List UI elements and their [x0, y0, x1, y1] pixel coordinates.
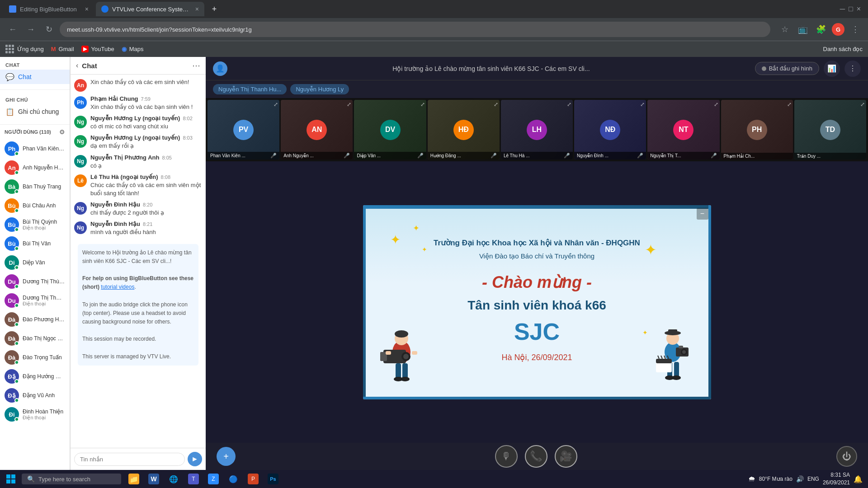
- forward-button[interactable]: →: [24, 22, 38, 37]
- user-info: Bùi Thị Quỳnh Điện thoại: [23, 219, 65, 231]
- taskbar-app-powerpoint[interactable]: P: [244, 470, 262, 488]
- extensions-icon[interactable]: 🧩: [814, 22, 828, 37]
- participant-name: Anh Nguyễn ...: [283, 153, 314, 158]
- tab-editing-bigbluebutton[interactable]: Editing BigBlueButton ×: [4, 2, 94, 16]
- bookmark-gmail[interactable]: M Gmail: [51, 46, 74, 52]
- video-thumbnail[interactable]: HĐ ⤢ Hướng Đăng ... 🎤: [428, 100, 500, 160]
- address-bar[interactable]: meet.ussh-09.vtvlive.vn/html5client/join…: [60, 22, 770, 37]
- sidebar-notes-item[interactable]: 📋 Ghi chú chung: [0, 104, 70, 119]
- video-thumbnail[interactable]: NĐ ⤢ Nguyễn Đình ... 🎤: [574, 100, 646, 160]
- list-item[interactable]: Bù Bùi Châu Anh: [0, 196, 70, 215]
- video-thumbnail[interactable]: DV ⤢ Diệp Vân ... 🎤: [354, 100, 426, 160]
- video-thumbnail[interactable]: TD ⤢ Trần Duy ...: [794, 100, 866, 160]
- refresh-button[interactable]: ↻: [42, 22, 56, 37]
- video-thumbnail[interactable]: PV ⤢ Phan Văn Kiên ... 🎤: [208, 100, 279, 160]
- message-header: Lê Thu Hà (ngoại tuyến) 8:08: [90, 174, 202, 180]
- close-button[interactable]: ×: [857, 5, 861, 13]
- avatar: Di: [5, 255, 19, 270]
- minimize-button[interactable]: ─: [840, 5, 845, 13]
- chat-send-button[interactable]: ►: [188, 452, 202, 466]
- taskbar-app-zoom[interactable]: Z: [204, 470, 222, 488]
- list-item[interactable]: Du Dương Thị Thương Điện thoại: [0, 291, 70, 310]
- reading-list[interactable]: Danh sách đọc: [823, 46, 863, 52]
- avatar: TD: [820, 120, 840, 140]
- message-content: Nguyễn Đình Hậu 8:21 mình và người điều …: [90, 221, 202, 236]
- taskbar-app-file-explorer[interactable]: 📁: [125, 470, 143, 488]
- youtube-icon: ▶: [81, 46, 89, 52]
- address-text: meet.ussh-09.vtvlive.vn/html5client/join…: [67, 26, 252, 33]
- notifications-icon[interactable]: 🔔: [854, 475, 863, 483]
- message-sender: Nguyễn Đình Hậu: [90, 221, 140, 227]
- list-item[interactable]: Đặ Đặng Hướng Giang: [0, 367, 70, 386]
- list-item[interactable]: Di Diệp Vân: [0, 253, 70, 272]
- star-decoration: ✦: [642, 329, 648, 336]
- chat-section: CHAT 💬 Chat: [0, 57, 70, 88]
- video-button[interactable]: 🎥: [555, 445, 577, 468]
- mic-off-icon: 🎤: [564, 153, 570, 159]
- new-tab-button[interactable]: +: [208, 3, 221, 15]
- video-thumbnail[interactable]: LH ⤢ Lê Thu Hà ... 🎤: [501, 100, 573, 160]
- microphone-button[interactable]: 🎙: [495, 445, 518, 468]
- bookmark-apps[interactable]: Ứng dụng: [5, 45, 44, 54]
- slide-border-top: [363, 205, 711, 209]
- tab-close-1[interactable]: ×: [85, 5, 89, 13]
- slide-main-text: Tân sinh viên khoá k66: [467, 298, 606, 313]
- video-thumbnail[interactable]: PH ⤢ Phạm Hải Ch...: [721, 100, 793, 160]
- chat-message: Ph Phạm Hải Chung 7:59 Xin chào thầy cô …: [74, 95, 202, 111]
- back-button[interactable]: ←: [5, 22, 20, 37]
- mic-off-icon: 🎤: [491, 153, 497, 159]
- bookmark-star-icon[interactable]: ☆: [778, 22, 792, 37]
- phone-button[interactable]: 📞: [525, 445, 547, 468]
- start-button[interactable]: [0, 470, 22, 488]
- sidebar-chat-item[interactable]: 💬 Chat: [0, 70, 70, 84]
- participant-pill-2[interactable]: Nguyễn Hương Ly: [290, 84, 349, 94]
- slide-collapse-button[interactable]: −: [697, 208, 708, 220]
- language-indicator[interactable]: ENG: [807, 476, 819, 482]
- list-item[interactable]: Bà Bàn Thuỳ Trang: [0, 177, 70, 196]
- taskbar-app-browser[interactable]: 🌐: [165, 470, 183, 488]
- list-item[interactable]: An Anh Nguyễn Hoàng: [0, 158, 70, 177]
- chat-menu-button[interactable]: ⋯: [192, 61, 200, 70]
- taskbar-app-chrome[interactable]: 🔵: [224, 470, 242, 488]
- message-time: 7:59: [141, 96, 151, 102]
- list-item[interactable]: Bù Bùi Thị Vân: [0, 234, 70, 253]
- list-item[interactable]: Bù Bùi Thị Quỳnh Điện thoại: [0, 215, 70, 234]
- video-thumbnail[interactable]: NT ⤢ Nguyễn Thị T... 🎤: [647, 100, 719, 160]
- list-item[interactable]: Đà Đào Trọng Tuấn: [0, 348, 70, 367]
- cast-icon[interactable]: 📺: [796, 22, 810, 37]
- video-thumbnail[interactable]: AN ⤢ Anh Nguyễn ... 🎤: [281, 100, 353, 160]
- slide-border-left: [363, 205, 366, 399]
- users-settings-icon[interactable]: ⚙: [59, 128, 65, 136]
- maximize-button[interactable]: □: [849, 5, 853, 13]
- tutorial-link[interactable]: tutorial videos: [101, 284, 134, 290]
- profile-avatar[interactable]: G: [832, 23, 844, 36]
- taskbar-search-input[interactable]: [38, 476, 116, 483]
- chat-header: ‹ Chat ⋯: [71, 57, 206, 75]
- taskbar-app-word[interactable]: W: [145, 470, 163, 488]
- message-avatar: Ng: [74, 155, 87, 168]
- list-item[interactable]: Đi Đinh Hoàn Thiện Điện thoại: [0, 405, 70, 424]
- tab-vtvlive[interactable]: VTVLive Conference System... ×: [96, 2, 204, 16]
- taskbar-search[interactable]: 🔍: [22, 474, 121, 484]
- expand-icon: ⤢: [567, 101, 571, 108]
- chat-back-button[interactable]: ‹: [76, 61, 78, 70]
- volume-icon[interactable]: 🔊: [796, 475, 804, 483]
- participant-pill-1[interactable]: Nguyễn Thị Thanh Hu...: [213, 84, 287, 94]
- stats-button[interactable]: 📊: [824, 61, 840, 77]
- list-item[interactable]: Du Dương Thị Thùy Linh: [0, 272, 70, 291]
- bookmark-youtube[interactable]: ▶ YouTube: [81, 46, 114, 52]
- taskbar-app-teams[interactable]: T: [184, 470, 203, 488]
- record-button[interactable]: Bắt đầu ghi hình: [755, 62, 819, 75]
- list-item[interactable]: Đặ Đặng Vũ Anh: [0, 386, 70, 405]
- list-item[interactable]: Ph Phan Văn Kiên (Bạn): [0, 139, 70, 158]
- tab-close-2[interactable]: ×: [195, 5, 199, 13]
- chat-input[interactable]: [74, 453, 185, 466]
- taskbar-app-photoshop[interactable]: Ps: [264, 470, 282, 488]
- list-item[interactable]: Đà Đào Thị Ngọc Mai: [0, 329, 70, 348]
- bookmark-maps[interactable]: ◉ Maps: [122, 46, 144, 52]
- more-options-button[interactable]: ⋮: [844, 61, 861, 77]
- add-content-button[interactable]: +: [217, 447, 236, 466]
- settings-icon[interactable]: ⋮: [848, 22, 863, 37]
- list-item[interactable]: Đà Đào Phương Hiền: [0, 310, 70, 329]
- end-session-button[interactable]: ⏻: [836, 446, 857, 467]
